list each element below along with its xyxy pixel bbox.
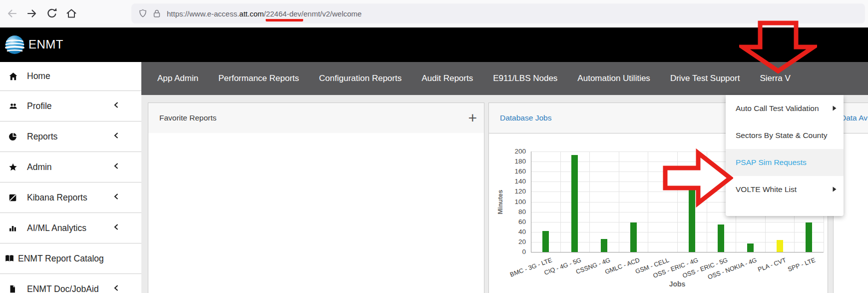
- sidebar-item-label: Reports: [27, 132, 57, 142]
- reload-icon[interactable]: [46, 8, 58, 20]
- menu-item-label: Sectors By State & County: [736, 131, 828, 140]
- x-gridline: [677, 152, 678, 252]
- chevron-left-icon: [113, 284, 119, 293]
- chart-bar-gmlc-acd: [630, 222, 637, 252]
- chevron-left-icon: [113, 132, 119, 142]
- sidebar-item-enmt-report-catalog[interactable]: ENMT Report Catalog: [0, 243, 141, 274]
- pie-chart-icon: [8, 132, 18, 141]
- chart-bar-cssng-4g: [601, 239, 607, 252]
- kibana-icon: [8, 193, 18, 202]
- sidebar-item-label: Admin: [27, 162, 52, 172]
- y-tick-label: 100: [506, 198, 526, 206]
- top-nav: App AdminPerformance ReportsConfiguratio…: [141, 62, 868, 95]
- menu-item-sectors-by-state-county[interactable]: Sectors By State & County: [726, 122, 844, 149]
- chart-bar-spp-lte: [806, 222, 812, 252]
- sidebar-item-label: AI/ML Analytics: [27, 223, 86, 234]
- nav-item-audit-reports[interactable]: Audit Reports: [422, 74, 473, 84]
- nav-item-automation-utilities[interactable]: Automation Utilities: [577, 74, 650, 84]
- forward-icon[interactable]: [26, 8, 38, 20]
- menu-item-volte-white-list[interactable]: VOLTE White List: [726, 176, 844, 203]
- enmt-welcome-screen: { "browser": { "url": { "protocol_host":…: [0, 0, 868, 293]
- sidebar-item-ai-ml-analytics[interactable]: AI/ML Analytics: [0, 212, 141, 243]
- sidebar: HomeProfileReportsAdminKibana ReportsAI/…: [0, 62, 141, 293]
- menu-item-label: VOLTE White List: [736, 185, 797, 194]
- sidebar-item-label: Home: [27, 71, 50, 82]
- url-domain: att.com: [239, 10, 264, 18]
- sidebar-item-profile[interactable]: Profile: [0, 90, 141, 121]
- star-icon: [8, 162, 18, 172]
- app-title: ENMT: [28, 38, 63, 52]
- chart-bar-oss-nokia-4g: [747, 244, 754, 252]
- y-tick-label: 80: [506, 208, 526, 216]
- url-env-segment-annotated: 22464-dev/: [266, 10, 303, 22]
- drive-test-support-dropdown: Auto Call Test ValidationSectors By Stat…: [726, 95, 844, 216]
- x-tick-label: SPP - LTE: [787, 256, 816, 273]
- browser-toolbar: https://www.e-access.att.com/22464-dev/e…: [0, 0, 868, 28]
- y-tick-label: 60: [506, 218, 526, 226]
- home-icon: [8, 72, 18, 81]
- menu-item-label: PSAP Sim Requests: [736, 158, 807, 167]
- menu-item-label: Auto Call Test Validation: [736, 104, 819, 113]
- x-axis-line: [531, 252, 824, 252]
- y-tick-label: 40: [506, 228, 526, 236]
- chevron-left-icon: [113, 192, 119, 202]
- chevron-left-icon: [113, 162, 119, 172]
- sidebar-item-admin[interactable]: Admin: [0, 152, 141, 182]
- favorite-reports-panel: Favorite Reports +: [148, 102, 484, 293]
- x-gridline: [560, 152, 561, 252]
- nav-item-performance-reports[interactable]: Performance Reports: [218, 74, 299, 84]
- bar-chart-icon: [8, 224, 18, 232]
- chart-bar-bmc-3g-lte: [542, 231, 549, 252]
- nav-item-app-admin[interactable]: App Admin: [157, 74, 198, 84]
- menu-item-auto-call-test-validation[interactable]: Auto Call Test Validation: [726, 95, 844, 122]
- y-tick-label: 0: [506, 248, 526, 256]
- favorite-reports-title: Favorite Reports: [159, 114, 217, 122]
- y-tick-label: 200: [506, 148, 526, 156]
- lock-icon[interactable]: [152, 8, 162, 18]
- x-gridline: [648, 152, 648, 252]
- y-axis-line: [531, 152, 531, 252]
- url-bar[interactable]: https://www.e-access.att.com/22464-dev/e…: [131, 4, 865, 24]
- back-icon[interactable]: [6, 8, 18, 20]
- chart-bar-oss-eric-5g: [718, 224, 724, 252]
- sidebar-item-reports[interactable]: Reports: [0, 121, 141, 152]
- nav-item-drive-test-support[interactable]: Drive Test Support: [670, 74, 740, 84]
- chevron-left-icon: [113, 101, 119, 111]
- sidebar-item-kibana-reports[interactable]: Kibana Reports: [0, 182, 141, 212]
- chevron-left-icon: [113, 223, 119, 233]
- x-gridline: [589, 152, 590, 252]
- att-globe-logo-icon: [5, 35, 24, 54]
- sidebar-item-label: ENMT Doc/JobAid: [27, 284, 99, 293]
- home-toolbar-icon[interactable]: [65, 8, 77, 20]
- sidebar-item-label: Kibana Reports: [27, 192, 87, 203]
- chart-bar-pla-cvt: [777, 240, 783, 252]
- y-tick-label: 180: [506, 158, 526, 166]
- nav-item-sierra-v[interactable]: Sierra V: [760, 74, 790, 84]
- chart-bar-ciq-4g-5g: [571, 155, 578, 252]
- sidebar-item-home[interactable]: Home: [0, 62, 141, 90]
- app-header: ENMT: [0, 28, 868, 62]
- add-favorite-report-button[interactable]: +: [466, 110, 479, 126]
- document-icon: [8, 284, 18, 293]
- nav-item-configuration-reports[interactable]: Configuration Reports: [319, 74, 402, 84]
- sidebar-item-label: ENMT Report Catalog: [18, 254, 104, 264]
- chart-bar-oss-eric-4g: [689, 180, 695, 252]
- sidebar-item-enmt-doc-jobaid[interactable]: ENMT Doc/JobAid: [0, 274, 141, 293]
- menu-item-psap-sim-requests[interactable]: PSAP Sim Requests: [726, 149, 844, 176]
- y-tick-label: 160: [506, 168, 526, 176]
- submenu-caret-icon: [833, 104, 837, 113]
- x-gridline: [707, 152, 707, 252]
- shield-permissions-icon[interactable]: [138, 8, 148, 18]
- book-icon: [4, 254, 14, 263]
- data-availability-title[interactable]: Data Av: [841, 114, 868, 122]
- favorite-reports-body: [148, 133, 484, 293]
- url-protocol-host: https://www.e-access.: [167, 10, 239, 18]
- nav-item-e911-lbs-nodes[interactable]: E911/LBS Nodes: [493, 74, 557, 84]
- submenu-caret-icon: [833, 185, 837, 194]
- database-jobs-title[interactable]: Database Jobs: [500, 114, 551, 122]
- x-gridline: [619, 152, 619, 252]
- url-text: https://www.e-access.att.com/22464-dev/e…: [167, 10, 362, 18]
- y-tick-label: 20: [506, 238, 526, 246]
- x-axis-title: Jobs: [669, 280, 686, 288]
- x-tick-label: PLA - CVT: [757, 256, 787, 273]
